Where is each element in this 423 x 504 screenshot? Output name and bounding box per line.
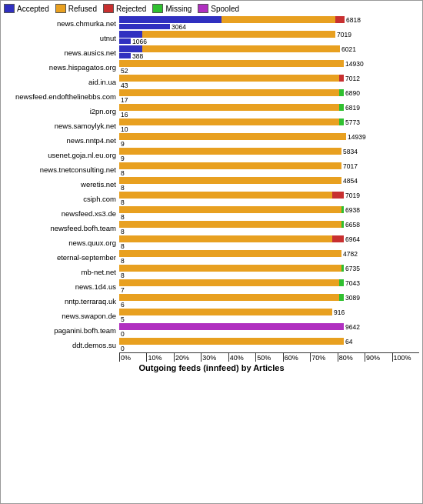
bar-area: 681916 (119, 104, 419, 118)
chart-row: mb-net.net67358 (4, 265, 419, 279)
bar-value-secondary: 8 (121, 272, 125, 279)
bar-value-secondary: 3064 (172, 23, 186, 31)
row-label: news.samoylyk.net (4, 122, 119, 130)
row-label: mb-net.net (4, 268, 119, 276)
row-label: news.hispagatos.org (4, 63, 119, 72)
bar-value-primary: 6735 (345, 265, 360, 272)
row-label: news.ausics.net (4, 48, 119, 57)
bar-area: 96420 (119, 323, 419, 337)
row-label: weretis.net (4, 180, 119, 189)
x-axis-tick: 20% (174, 353, 201, 362)
bar-area: 689017 (119, 89, 419, 103)
bar-value-primary: 7043 (345, 279, 360, 287)
chart-row: news.nntp4.net149399 (4, 133, 419, 147)
chart-row: ddt.demos.su640 (4, 338, 419, 352)
bar-value-primary: 4854 (343, 177, 358, 185)
x-axis-tick: 10% (146, 353, 173, 362)
row-label: news.1d4.us (4, 282, 119, 291)
bar-value-primary: 6819 (345, 104, 360, 112)
chart-row: newsfeed.endofthelinebbs.com689017 (4, 89, 419, 103)
row-label: ddt.demos.su (4, 341, 119, 349)
x-axis-tick: 70% (310, 353, 337, 362)
bar-value-primary: 7019 (337, 31, 351, 38)
x-axis-tick: 40% (228, 353, 255, 362)
row-label: nntp.terraraq.uk (4, 297, 119, 305)
x-axis-tick: 30% (201, 353, 228, 362)
bar-area: 70191066 (119, 31, 419, 45)
x-axis-tick: 100% (392, 353, 419, 362)
chart-row: news.tnetconsulting.net70178 (4, 162, 419, 176)
chart-row: weretis.net48548 (4, 177, 419, 191)
chart-row: news.ausics.net6021388 (4, 45, 419, 59)
bar-value-primary: 6890 (345, 89, 360, 97)
chart-row: i2pn.org681916 (4, 104, 419, 118)
bar-value-primary: 7019 (345, 192, 360, 199)
row-label: paganini.bofh.team (4, 326, 119, 335)
bar-value-secondary: 8 (121, 213, 125, 221)
bar-value-primary: 916 (334, 309, 345, 316)
bar-area: 149399 (119, 133, 419, 147)
bar-area: 69388 (119, 206, 419, 220)
bar-value-primary: 6818 (346, 16, 361, 24)
bar-value-secondary: 8 (121, 228, 125, 235)
row-label: news.quux.org (4, 239, 119, 247)
chart-row: utnut70191066 (4, 31, 419, 45)
bar-value-secondary: 16 (121, 111, 128, 118)
row-label: news.nntp4.net (4, 136, 119, 145)
chart-row: csiph.com70198 (4, 192, 419, 205)
bar-value-secondary: 8 (121, 257, 125, 265)
bar-value-secondary: 52 (121, 67, 128, 75)
bar-area: 70437 (119, 279, 419, 293)
row-label: newsfeed.endofthelinebbs.com (4, 92, 119, 101)
chart-row: usenet.goja.nl.eu.org58349 (4, 148, 419, 162)
row-label: newsfeed.bofh.team (4, 224, 119, 232)
bar-value-secondary: 8 (121, 242, 125, 250)
legend: AcceptedRefusedRejectedMissingSpooled (4, 4, 419, 13)
bar-area: 67358 (119, 265, 419, 279)
row-label: news.tnetconsulting.net (4, 165, 119, 174)
legend-item: Refused (55, 4, 97, 13)
bar-value-primary: 6964 (345, 235, 360, 243)
bar-area: 47828 (119, 250, 419, 264)
legend-item: Accepted (4, 4, 49, 13)
bar-area: 640 (119, 338, 419, 352)
bar-value-primary: 7017 (343, 162, 358, 170)
bar-value-primary: 14930 (345, 60, 364, 68)
bar-value-primary: 3089 (345, 294, 360, 302)
chart-row: nntp.terraraq.uk30896 (4, 294, 419, 308)
bar-area: 68183064 (119, 16, 419, 30)
bar-value-secondary: 8 (121, 184, 125, 192)
bar-value-primary: 7012 (345, 75, 360, 82)
x-axis-tick: 0% (119, 353, 146, 362)
x-axis-tick: 80% (338, 353, 365, 362)
row-label: i2pn.org (4, 107, 119, 115)
bar-value-primary: 6021 (341, 45, 356, 53)
bar-value-primary: 5773 (345, 118, 360, 126)
bar-value-secondary: 43 (121, 82, 128, 89)
chart-row: news.1d4.us70437 (4, 279, 419, 293)
chart-row: news.chmurka.net68183064 (4, 16, 419, 30)
bar-area: 6021388 (119, 45, 419, 59)
x-axis-tick: 60% (283, 353, 310, 362)
bar-area: 70198 (119, 192, 419, 205)
chart-row: news.swapon.de9165 (4, 309, 419, 322)
bar-value-secondary: 8 (121, 169, 125, 177)
bar-area: 69648 (119, 235, 419, 249)
bar-value-primary: 4782 (343, 250, 358, 258)
bar-area: 70178 (119, 162, 419, 176)
chart-row: eternal-september47828 (4, 250, 419, 264)
bar-area: 66588 (119, 221, 419, 235)
bar-value-secondary: 9 (121, 140, 125, 148)
x-axis-tick: 90% (365, 353, 391, 362)
row-label: news.swapon.de (4, 312, 119, 320)
chart-body: news.chmurka.net68183064utnut70191066new… (4, 16, 419, 352)
legend-item: Missing (152, 4, 192, 13)
row-label: news.chmurka.net (4, 19, 119, 28)
bar-value-secondary: 8 (121, 199, 125, 206)
x-axis: 0%10%20%30%40%50%60%70%80%90%100% (119, 352, 419, 362)
bar-value-secondary: 0 (121, 330, 125, 338)
row-label: usenet.goja.nl.eu.org (4, 151, 119, 159)
bar-area: 58349 (119, 148, 419, 162)
row-label: csiph.com (4, 195, 119, 203)
chart-row: newsfeed.bofh.team66588 (4, 221, 419, 235)
